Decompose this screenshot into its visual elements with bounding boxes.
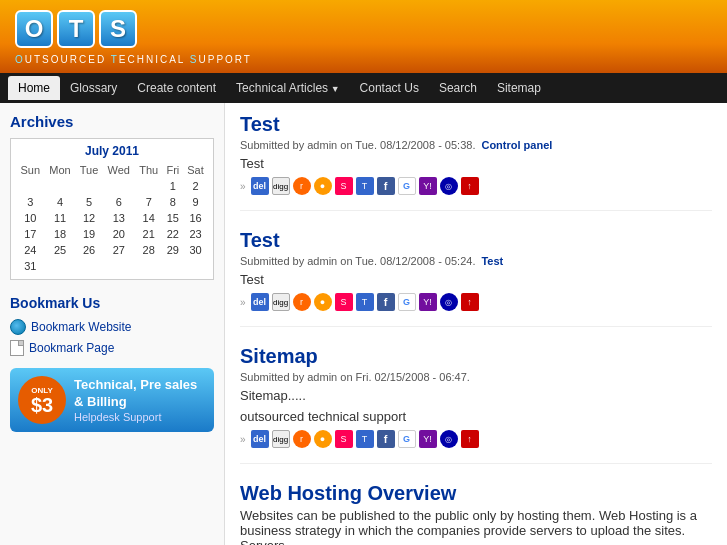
cal-cell[interactable]: 2 <box>183 178 208 194</box>
T-share-icon[interactable]: T <box>356 293 374 311</box>
cal-cell[interactable]: 17 <box>16 226 45 242</box>
cal-cell <box>45 178 76 194</box>
f-share-icon[interactable]: f <box>377 177 395 195</box>
ad-box[interactable]: ONLY $3 Technical, Pre sales & Billing H… <box>10 368 214 432</box>
↑-share-icon[interactable]: ↑ <box>461 177 479 195</box>
del-share-icon[interactable]: del <box>251 293 269 311</box>
nav-technical-articles[interactable]: Technical Articles <box>226 76 349 100</box>
r-share-icon[interactable]: r <box>293 177 311 195</box>
nav-glossary[interactable]: Glossary <box>60 76 127 100</box>
post-2-meta-link[interactable]: Test <box>481 255 503 267</box>
cal-cell[interactable]: 16 <box>183 210 208 226</box>
◎-share-icon[interactable]: ◎ <box>440 430 458 448</box>
cal-cell[interactable]: 1 <box>163 178 183 194</box>
G-share-icon[interactable]: G <box>398 430 416 448</box>
G-share-icon[interactable]: G <box>398 293 416 311</box>
r-share-icon[interactable]: r <box>293 430 311 448</box>
cal-cell[interactable]: 30 <box>183 242 208 258</box>
del-share-icon[interactable]: del <box>251 430 269 448</box>
Y!-share-icon[interactable]: Y! <box>419 293 437 311</box>
cal-cell[interactable]: 11 <box>45 210 76 226</box>
del-share-icon[interactable]: del <box>251 177 269 195</box>
cal-hdr-mon: Mon <box>45 162 76 178</box>
S-share-icon[interactable]: S <box>335 430 353 448</box>
post-1-meta: Submitted by admin on Tue. 08/12/2008 - … <box>240 139 712 151</box>
cal-cell[interactable]: 8 <box>163 194 183 210</box>
nav-sitemap[interactable]: Sitemap <box>487 76 551 100</box>
◎-share-icon[interactable]: ◎ <box>440 177 458 195</box>
bookmark-page[interactable]: Bookmark Page <box>10 340 214 356</box>
cal-cell <box>75 258 102 274</box>
●-share-icon[interactable]: ● <box>314 293 332 311</box>
S-share-icon[interactable]: S <box>335 293 353 311</box>
post-3-meta: Submitted by admin on Fri. 02/15/2008 - … <box>240 371 712 383</box>
cal-cell[interactable]: 9 <box>183 194 208 210</box>
cal-cell[interactable]: 15 <box>163 210 183 226</box>
digg-share-icon[interactable]: digg <box>272 430 290 448</box>
cal-hdr-tue: Tue <box>75 162 102 178</box>
cal-cell[interactable]: 7 <box>135 194 163 210</box>
r-share-icon[interactable]: r <box>293 293 311 311</box>
cal-cell[interactable]: 3 <box>16 194 45 210</box>
cal-cell[interactable]: 10 <box>16 210 45 226</box>
T-share-icon[interactable]: T <box>356 177 374 195</box>
post-3-meta-text: Submitted by admin on Fri. 02/15/2008 - … <box>240 371 470 383</box>
cal-cell[interactable]: 25 <box>45 242 76 258</box>
cal-cell[interactable]: 14 <box>135 210 163 226</box>
cal-cell[interactable]: 12 <box>75 210 102 226</box>
cal-cell[interactable]: 23 <box>183 226 208 242</box>
cal-cell[interactable]: 6 <box>103 194 135 210</box>
◎-share-icon[interactable]: ◎ <box>440 293 458 311</box>
↑-share-icon[interactable]: ↑ <box>461 430 479 448</box>
post-2: Test Submitted by admin on Tue. 08/12/20… <box>240 229 712 327</box>
cal-cell[interactable]: 28 <box>135 242 163 258</box>
cal-hdr-fri: Fri <box>163 162 183 178</box>
nav-create-content[interactable]: Create content <box>127 76 226 100</box>
cal-cell[interactable]: 13 <box>103 210 135 226</box>
nav-contact-us[interactable]: Contact Us <box>350 76 429 100</box>
cal-cell[interactable]: 29 <box>163 242 183 258</box>
G-share-icon[interactable]: G <box>398 177 416 195</box>
sidebar: Archives July 2011 Sun Mon Tue Wed Thu F… <box>0 103 225 545</box>
cal-cell[interactable]: 31 <box>16 258 45 274</box>
●-share-icon[interactable]: ● <box>314 177 332 195</box>
ad-price: ONLY $3 <box>18 376 66 424</box>
cal-cell[interactable]: 26 <box>75 242 102 258</box>
share-separator: » <box>240 434 246 445</box>
cal-cell <box>75 178 102 194</box>
cal-cell[interactable]: 5 <box>75 194 102 210</box>
Y!-share-icon[interactable]: Y! <box>419 430 437 448</box>
↑-share-icon[interactable]: ↑ <box>461 293 479 311</box>
T-share-icon[interactable]: T <box>356 430 374 448</box>
share-separator: » <box>240 181 246 192</box>
●-share-icon[interactable]: ● <box>314 430 332 448</box>
post-1-title: Test <box>240 113 712 136</box>
cal-hdr-sun: Sun <box>16 162 45 178</box>
cal-cell[interactable]: 4 <box>45 194 76 210</box>
post-3-body: Sitemap..... <box>240 388 712 403</box>
cal-cell[interactable]: 24 <box>16 242 45 258</box>
cal-cell[interactable]: 21 <box>135 226 163 242</box>
cal-cell[interactable]: 22 <box>163 226 183 242</box>
cal-cell[interactable]: 27 <box>103 242 135 258</box>
f-share-icon[interactable]: f <box>377 293 395 311</box>
logo-S: S <box>99 10 137 48</box>
S-share-icon[interactable]: S <box>335 177 353 195</box>
digg-share-icon[interactable]: digg <box>272 177 290 195</box>
cal-cell[interactable]: 20 <box>103 226 135 242</box>
post-3-share-icons: »deldiggr●STfGY!◎↑ <box>240 430 712 448</box>
logo-container: O T S <box>15 10 712 48</box>
f-share-icon[interactable]: f <box>377 430 395 448</box>
cal-cell[interactable]: 19 <box>75 226 102 242</box>
digg-share-icon[interactable]: digg <box>272 293 290 311</box>
cal-cell[interactable]: 18 <box>45 226 76 242</box>
nav-home[interactable]: Home <box>8 76 60 100</box>
Y!-share-icon[interactable]: Y! <box>419 177 437 195</box>
calendar-month: July 2011 <box>16 144 208 158</box>
logo-T: T <box>57 10 95 48</box>
post-1-meta-link[interactable]: Control panel <box>481 139 552 151</box>
post-4-title: Web Hosting Overview <box>240 482 712 505</box>
bookmark-website[interactable]: Bookmark Website <box>10 319 214 335</box>
main-layout: Archives July 2011 Sun Mon Tue Wed Thu F… <box>0 103 727 545</box>
nav-search[interactable]: Search <box>429 76 487 100</box>
